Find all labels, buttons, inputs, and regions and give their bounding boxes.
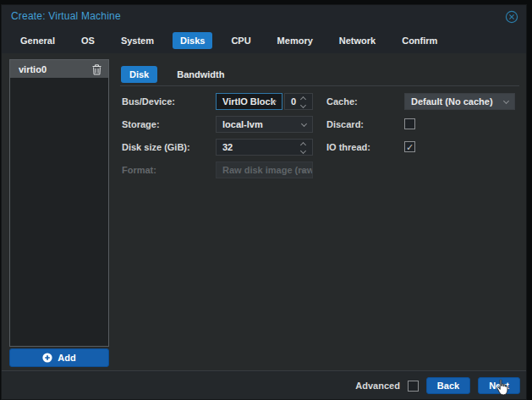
tab-memory[interactable]: Memory (270, 32, 321, 49)
disk-size-spinner[interactable]: 32 (216, 139, 313, 156)
dialog-title: Create: Virtual Machine (11, 5, 121, 28)
storage-value: local-lvm (222, 119, 263, 129)
chevron-down-icon[interactable] (503, 98, 509, 104)
tab-general[interactable]: General (13, 32, 63, 49)
io-thread-checkbox[interactable]: ✓ (404, 141, 415, 152)
footer-bar: Advanced Back Next (2, 372, 526, 399)
format-label: Format: (122, 162, 156, 178)
spinner-up-down-icon[interactable] (301, 96, 307, 108)
disk-item-label: virtio0 (19, 64, 92, 74)
spinner-up-down-icon[interactable] (301, 142, 307, 154)
tab-system[interactable]: System (113, 32, 162, 49)
format-value: Raw disk image (raw (222, 165, 313, 175)
add-disk-button[interactable]: Add (9, 348, 109, 367)
bus-device-index-value: 0 (291, 96, 296, 107)
add-button-label: Add (58, 353, 75, 363)
wizard-tabstrip: General OS System Disks CPU Memory Netwo… (2, 28, 526, 53)
cache-value: Default (No cache) (411, 96, 493, 107)
subtab-disk[interactable]: Disk (121, 66, 157, 83)
advanced-checkbox[interactable] (408, 381, 419, 392)
create-vm-dialog: Create: Virtual Machine General OS Syste… (1, 4, 527, 400)
discard-label: Discard: (326, 116, 364, 133)
tab-disks[interactable]: Disks (173, 32, 212, 49)
tab-network[interactable]: Network (332, 32, 383, 49)
tab-cpu[interactable]: CPU (223, 32, 258, 49)
close-icon[interactable] (505, 10, 518, 24)
io-thread-label: IO thread: (326, 139, 370, 156)
screen: Create: Virtual Machine General OS Syste… (0, 0, 532, 400)
storage-label: Storage: (122, 116, 160, 133)
back-button[interactable]: Back (426, 377, 470, 394)
bus-device-index-spinner[interactable]: 0 (284, 93, 313, 110)
bus-device-value: VirtIO Block (222, 96, 276, 107)
bus-device-select[interactable]: VirtIO Block (216, 93, 282, 110)
subtab-separator (120, 85, 519, 86)
disk-list: virtio0 (9, 59, 109, 347)
cache-select[interactable]: Default (No cache) (404, 93, 515, 110)
disk-subtabs: Disk Bandwidth (121, 66, 233, 83)
trash-icon[interactable] (92, 63, 101, 74)
tab-os[interactable]: OS (74, 32, 102, 49)
cache-label: Cache: (326, 93, 358, 110)
plus-circle-icon (42, 353, 52, 363)
dialog-titlebar: Create: Virtual Machine (2, 5, 526, 28)
discard-checkbox[interactable] (404, 118, 415, 129)
next-button[interactable]: Next (478, 377, 520, 394)
disk-list-item-virtio0[interactable]: virtio0 (10, 60, 108, 78)
footer-separator (2, 370, 526, 371)
disks-panel: virtio0 (2, 53, 526, 370)
advanced-label: Advanced (355, 381, 400, 391)
subtab-bandwidth[interactable]: Bandwidth (168, 66, 233, 83)
tab-confirm[interactable]: Confirm (394, 32, 445, 49)
bus-device-label: Bus/Device: (122, 93, 175, 110)
disk-size-label: Disk size (GiB): (122, 139, 190, 156)
format-select: Raw disk image (raw (216, 162, 313, 178)
chevron-down-icon[interactable] (301, 121, 307, 127)
disk-size-value: 32 (222, 142, 233, 152)
storage-select[interactable]: local-lvm (216, 116, 313, 133)
